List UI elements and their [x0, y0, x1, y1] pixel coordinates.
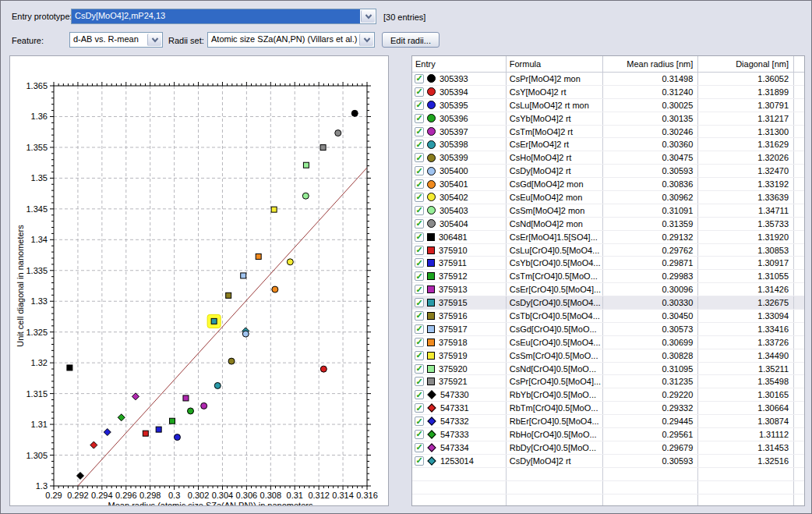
table-row[interactable]: ✓305403CsSm[MoO4]2 mon0.310911.34711	[412, 204, 804, 218]
table-row[interactable]: ✓375917CsGd[CrO4]0.5[MoO...0.305731.3341…	[412, 323, 804, 336]
column-header-diagonal[interactable]: Diagonal [nm]	[698, 56, 794, 72]
data-point[interactable]	[226, 292, 231, 298]
data-point[interactable]	[187, 408, 193, 414]
row-checkbox[interactable]: ✓	[415, 114, 424, 123]
data-point[interactable]	[228, 358, 235, 364]
data-point[interactable]	[174, 434, 180, 441]
data-point[interactable]	[320, 145, 326, 151]
row-checkbox[interactable]: ✓	[415, 285, 424, 294]
data-point[interactable]	[271, 207, 277, 212]
row-checkbox[interactable]: ✓	[415, 140, 424, 149]
row-checkbox[interactable]: ✓	[415, 101, 424, 110]
table-row[interactable]: ✓375915CsDy[CrO4]0.5[MoO4...0.303301.326…	[412, 296, 804, 310]
row-checkbox[interactable]: ✓	[415, 219, 424, 229]
row-checkbox[interactable]: ✓	[415, 74, 424, 83]
row-checkbox[interactable]: ✓	[415, 443, 424, 452]
row-checkbox[interactable]: ✓	[415, 153, 424, 162]
data-point[interactable]	[104, 429, 111, 436]
table-row[interactable]: ✓375920CsNd[CrO4]0.5[MoO...0.310951.3521…	[412, 363, 804, 376]
table-row[interactable]: ✓305393CsPr[MoO4]2 mon0.314981.36052	[412, 73, 804, 86]
table-row[interactable]: ✓547334RbDy[CrO4]0.5[MoO...0.296791.3145…	[412, 441, 804, 455]
data-point[interactable]	[320, 366, 327, 372]
row-checkbox[interactable]: ✓	[415, 232, 424, 242]
data-point[interactable]	[183, 395, 189, 401]
data-point[interactable]	[90, 441, 97, 448]
radii-set-combobox[interactable]: Atomic size SZa(AN,PN) (Villars et al.)	[207, 32, 375, 48]
table-row[interactable]: ✓375921CsPr[CrO4]0.5[MoO4]...0.312351.35…	[412, 375, 804, 388]
table-row[interactable]: ✓1253014CsDy[MoO4]2 rt0.305931.32516	[412, 455, 804, 468]
data-point[interactable]	[303, 162, 309, 168]
row-checkbox[interactable]: ✓	[415, 364, 424, 374]
table-row[interactable]: ✓306481CsEr[MoO4]1.5[SO4]...0.291321.319…	[412, 231, 804, 244]
data-point[interactable]	[169, 418, 175, 424]
table-row[interactable]: ✓547330RbYb[CrO4]0.5[MoO...0.292201.3016…	[412, 388, 804, 402]
row-checkbox[interactable]: ✓	[415, 324, 424, 334]
table-row[interactable]: ✓375919CsSm[CrO4]0.5[MoO...0.308281.3449…	[412, 349, 804, 363]
row-checkbox[interactable]: ✓	[415, 206, 424, 215]
row-checkbox[interactable]: ✓	[415, 193, 424, 202]
table-row[interactable]: ✓547333RbHo[CrO4]0.5[MoO...0.295611.3111…	[412, 428, 804, 441]
table-row[interactable]: ✓375918CsEu[CrO4]0.5[MoO4...0.306991.337…	[412, 336, 804, 349]
row-checkbox[interactable]: ✓	[415, 430, 424, 439]
table-row[interactable]: ✓305395CsLu[MoO4]2 rt mon0.300251.30791	[412, 99, 804, 112]
table-row[interactable]: ✓375913CsEr[CrO4]0.5[MoO4]...0.300961.31…	[412, 283, 804, 296]
row-checkbox[interactable]: ✓	[415, 456, 424, 466]
table-row[interactable]: ✓305401CsGd[MoO4]2 mon0.308361.33192	[412, 178, 804, 191]
data-point[interactable]	[132, 393, 139, 400]
data-point[interactable]	[287, 259, 293, 265]
data-point[interactable]	[77, 472, 84, 479]
data-point[interactable]	[272, 286, 278, 292]
feature-combobox[interactable]: d-AB vs. R-mean	[69, 32, 163, 48]
data-point[interactable]	[201, 402, 207, 409]
entry-prototype-combobox[interactable]: CsDy[MoO4]2,mP24,13	[71, 9, 376, 24]
row-checkbox[interactable]: ✓	[415, 338, 424, 347]
data-point[interactable]	[242, 331, 249, 337]
data-point[interactable]	[67, 365, 72, 370]
table-row[interactable]: ✓547331RbTm[CrO4]0.5[MoO...0.293321.3066…	[412, 402, 804, 415]
table-row[interactable]: ✓305396CsYb[MoO4]2 rt0.301351.31217	[412, 112, 804, 126]
data-point[interactable]	[214, 382, 221, 388]
data-point[interactable]	[256, 253, 261, 259]
row-checkbox[interactable]: ✓	[415, 87, 424, 97]
row-checkbox[interactable]: ✓	[415, 351, 424, 360]
row-checkbox[interactable]: ✓	[415, 377, 424, 386]
data-point[interactable]	[211, 318, 217, 324]
data-point[interactable]	[143, 431, 148, 436]
row-checkbox[interactable]: ✓	[415, 311, 424, 321]
chevron-down-icon[interactable]	[359, 34, 373, 46]
table-row[interactable]: ✓305399CsHo[MoO4]2 rt0.304751.32026	[412, 151, 804, 165]
data-point[interactable]	[156, 427, 161, 432]
column-header-formula[interactable]: Formula	[507, 56, 603, 72]
column-header-mean-radius[interactable]: Mean radius [nm]	[603, 56, 699, 72]
row-checkbox[interactable]: ✓	[415, 271, 424, 281]
table-row[interactable]: ✓305404CsNd[MoO4]2 mon0.313591.35733	[412, 218, 804, 231]
table-row[interactable]: ✓305400CsDy[MoO4]2 rt0.305931.32470	[412, 165, 804, 178]
chevron-down-icon[interactable]	[147, 34, 161, 46]
data-point[interactable]	[118, 414, 125, 421]
data-point[interactable]	[302, 193, 309, 199]
scatter-plot[interactable]: 0.290.2920.2940.2960.2980.30.3020.3040.3…	[10, 56, 388, 505]
row-checkbox[interactable]: ✓	[415, 417, 424, 426]
row-checkbox[interactable]: ✓	[415, 258, 424, 268]
row-checkbox[interactable]: ✓	[415, 127, 424, 136]
table-row[interactable]: ✓375911CsYb[CrO4]0.5[MoO4...0.298711.309…	[412, 257, 804, 270]
table-row[interactable]: ✓375916CsTb[CrO4]0.5[MoO4...0.304501.330…	[412, 310, 804, 323]
table-row[interactable]: ✓305402CsEu[MoO4]2 mon0.309621.33639	[412, 191, 804, 204]
table-row[interactable]: ✓375910CsLu[CrO4]0.5[MoO4...0.297621.308…	[412, 244, 804, 257]
column-header-entry[interactable]: Entry	[412, 56, 507, 72]
table-row[interactable]: ✓305394CsY[MoO4]2 rt0.312401.31899	[412, 86, 804, 99]
edit-radii-button[interactable]: Edit radii...	[382, 32, 440, 48]
table-row[interactable]: ✓547332RbEr[CrO4]0.5[MoO4...0.294451.308…	[412, 415, 804, 428]
table-row[interactable]: ✓305398CsEr[MoO4]2 rt0.303601.31629	[412, 138, 804, 151]
data-point[interactable]	[241, 273, 246, 278]
table-row[interactable]: ✓375912CsTm[CrO4]0.5[MoO...0.299831.3105…	[412, 270, 804, 283]
row-checkbox[interactable]: ✓	[415, 403, 424, 413]
row-checkbox[interactable]: ✓	[415, 298, 424, 307]
row-checkbox[interactable]: ✓	[415, 166, 424, 175]
row-checkbox[interactable]: ✓	[415, 179, 424, 189]
chevron-down-icon[interactable]	[361, 10, 375, 23]
data-point[interactable]	[335, 130, 341, 136]
table-row[interactable]: ✓305397CsTm[MoO4]2 rt0.302461.31300	[412, 126, 804, 139]
row-checkbox[interactable]: ✓	[415, 246, 424, 255]
row-checkbox[interactable]: ✓	[415, 390, 424, 399]
